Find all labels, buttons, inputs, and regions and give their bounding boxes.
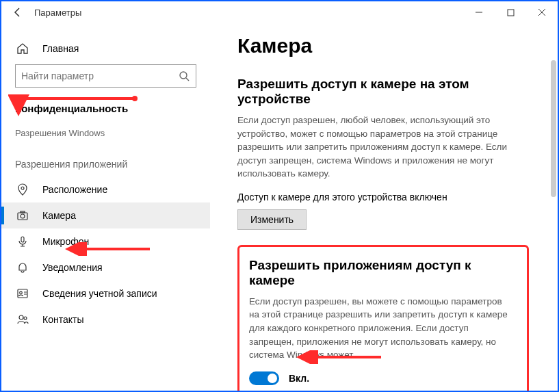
sidebar-item-label: Контакты: [42, 314, 83, 325]
svg-rect-7: [18, 289, 27, 298]
arrow-left-icon: [12, 7, 23, 18]
home-icon: [15, 42, 30, 55]
scrollbar[interactable]: [551, 60, 556, 197]
search-icon: [178, 70, 190, 81]
camera-icon: [15, 209, 30, 222]
sidebar-item-microphone[interactable]: Микрофон: [1, 228, 210, 254]
search-box[interactable]: [15, 64, 196, 88]
sidebar-item-location[interactable]: Расположение: [1, 177, 210, 202]
sidebar-subcategory[interactable]: Разрешения Windows: [1, 122, 210, 144]
svg-rect-6: [21, 237, 24, 242]
sidebar-item-label: Сведения учетной записи: [42, 288, 157, 299]
close-icon: [538, 8, 546, 16]
sidebar: Главная Конфиденциальность Разрешения Wi…: [1, 23, 210, 391]
titlebar: Параметры: [1, 1, 558, 23]
sidebar-item-label: Уведомления: [42, 262, 103, 273]
sidebar-item-camera[interactable]: Камера: [1, 202, 210, 228]
search-input[interactable]: [21, 70, 178, 81]
svg-rect-5: [21, 211, 25, 213]
window-title: Параметры: [34, 8, 81, 18]
contacts-icon: [15, 313, 30, 326]
page-title: Камера: [237, 34, 529, 57]
svg-point-2: [21, 187, 24, 190]
svg-point-4: [21, 214, 25, 218]
sidebar-home-label: Главная: [42, 43, 79, 54]
bell-icon: [15, 261, 30, 274]
sidebar-item-account-info[interactable]: Сведения учетной записи: [1, 280, 210, 306]
sidebar-category: Конфиденциальность: [1, 103, 210, 122]
device-access-status: Доступ к камере для этого устройства вкл…: [237, 192, 529, 202]
change-button[interactable]: Изменить: [237, 209, 307, 230]
section-2-heading: Разрешить приложениям доступ к камере: [249, 258, 515, 288]
back-button[interactable]: [7, 1, 29, 23]
maximize-button[interactable]: [495, 1, 526, 23]
callout-box: Разрешить приложениям доступ к камере Ес…: [237, 245, 529, 391]
sidebar-item-contacts[interactable]: Контакты: [1, 306, 210, 332]
sidebar-item-label: Расположение: [42, 184, 107, 195]
svg-point-10: [24, 317, 27, 319]
section-2-text: Если доступ разрешен, вы можете с помощь…: [249, 295, 515, 362]
svg-rect-0: [508, 10, 514, 16]
minimize-icon: [475, 8, 483, 16]
toggle-label: Вкл.: [289, 373, 309, 384]
svg-point-1: [180, 72, 187, 79]
section-1-text: Если доступ разрешен, любой человек, исп…: [237, 114, 529, 181]
content-pane: Камера Разрешить доступ к камере на этом…: [210, 23, 558, 391]
sidebar-perm-header: Разрешения приложений: [1, 144, 210, 177]
sidebar-item-label: Камера: [42, 210, 76, 221]
apps-access-toggle[interactable]: [249, 371, 279, 385]
microphone-icon: [15, 235, 30, 248]
account-icon: [15, 287, 30, 300]
section-1-heading: Разрешить доступ к камере на этом устрой…: [237, 77, 529, 107]
maximize-icon: [507, 9, 515, 16]
minimize-button[interactable]: [463, 1, 495, 23]
close-button[interactable]: [526, 1, 558, 23]
sidebar-item-notifications[interactable]: Уведомления: [1, 254, 210, 280]
location-icon: [15, 183, 30, 196]
svg-point-8: [20, 291, 23, 294]
sidebar-item-label: Микрофон: [42, 236, 89, 247]
settings-window: Параметры Главная: [0, 0, 559, 392]
svg-point-9: [19, 315, 23, 319]
sidebar-home[interactable]: Главная: [1, 37, 210, 64]
